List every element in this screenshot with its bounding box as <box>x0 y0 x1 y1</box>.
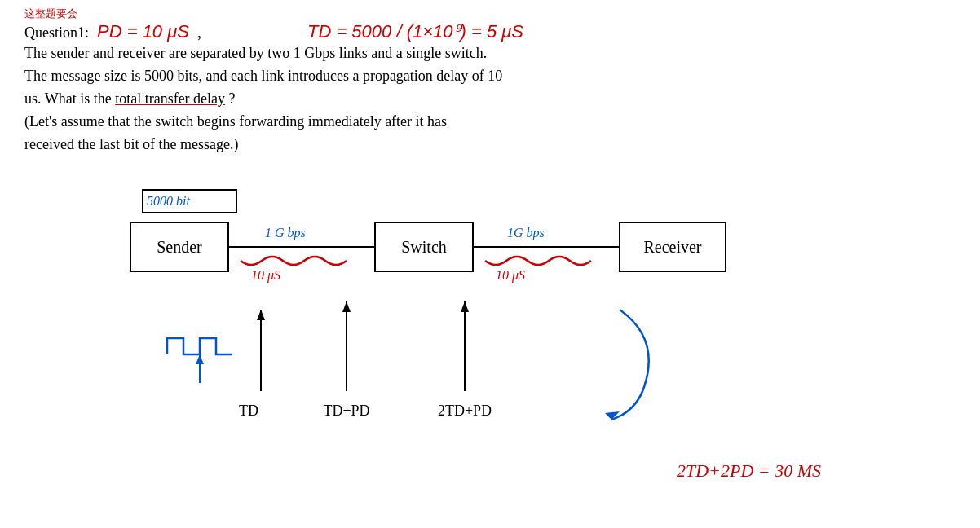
td-formula: TD = 5000 / (1×10⁹) = 5 μS <box>307 21 523 42</box>
problem-line1: The sender and receiver are separated by… <box>24 42 502 65</box>
svg-text:Receiver: Receiver <box>643 238 701 256</box>
svg-marker-20 <box>342 301 351 312</box>
svg-text:Switch: Switch <box>401 238 447 256</box>
problem-line3-start: us. What is the <box>24 90 112 107</box>
question-line: Question1: PD = 10 μS , TD = 5000 / (1×1… <box>24 21 523 42</box>
svg-marker-17 <box>257 310 265 320</box>
svg-text:Sender: Sender <box>157 238 202 256</box>
svg-text:TD: TD <box>239 403 258 419</box>
problem-line2: The message size is 5000 bits, and each … <box>24 65 502 88</box>
svg-rect-0 <box>143 190 236 213</box>
pd-formula: PD = 10 μS <box>97 21 189 42</box>
svg-text:TD+PD: TD+PD <box>323 403 369 419</box>
problem-line4: (Let's assume that the switch begins for… <box>24 111 502 134</box>
problem-line3: us. What is the total transfer delay ? <box>24 88 502 111</box>
comma: , <box>197 23 201 42</box>
svg-text:1 G bps: 1 G bps <box>265 226 306 240</box>
svg-rect-6 <box>620 222 726 271</box>
total-transfer-delay-text: total transfer delay <box>115 90 225 107</box>
svg-text:10 μS: 10 μS <box>496 268 525 283</box>
chinese-note: 这整题要会 <box>24 7 77 21</box>
svg-marker-15 <box>196 354 204 364</box>
svg-marker-23 <box>461 301 469 312</box>
problem-line3-end: ? <box>229 90 236 107</box>
problem-text: The sender and receiver are separated by… <box>24 42 502 156</box>
svg-text:1G bps: 1G bps <box>507 226 545 240</box>
svg-rect-2 <box>130 222 228 271</box>
svg-text:2TD+PD: 2TD+PD <box>438 403 492 419</box>
problem-line5: received the last bit of the message.) <box>24 134 502 156</box>
svg-text:2TD+2PD = 30 MS: 2TD+2PD = 30 MS <box>677 460 821 481</box>
svg-rect-4 <box>375 222 473 271</box>
svg-marker-25 <box>605 411 620 420</box>
question-label: Question1: <box>24 24 89 42</box>
svg-text:5000 bit: 5000 bit <box>147 194 190 208</box>
svg-text:10 μS: 10 μS <box>251 268 280 283</box>
diagram-area: 5000 bit Sender Switch Receiver 1 G bps … <box>24 175 954 526</box>
